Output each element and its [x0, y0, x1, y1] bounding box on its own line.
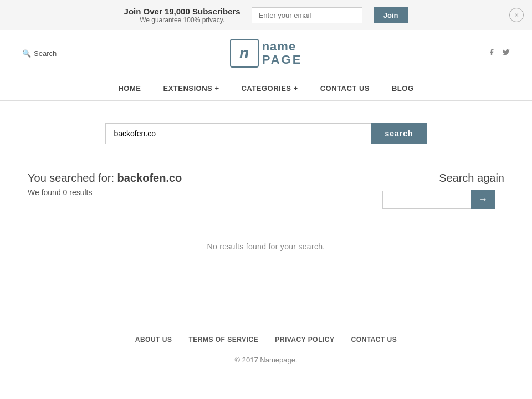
search-prefix: You searched for:: [28, 172, 114, 184]
nav-item-home[interactable]: HOME: [107, 76, 152, 100]
footer-copyright: © 2017 Namepage.: [22, 350, 510, 370]
banner-close-button[interactable]: ×: [509, 8, 524, 22]
logo-page: PAGE: [262, 53, 303, 66]
no-results-message: No results found for your search.: [28, 214, 504, 295]
facebook-icon[interactable]: [488, 48, 495, 58]
nav-item-extensions[interactable]: EXTENSIONS +: [152, 76, 230, 100]
banner-join-button[interactable]: Join: [374, 7, 408, 23]
banner-email-input[interactable]: [252, 7, 362, 23]
footer: ABOUT US TERMS OF SERVICE PRIVACY POLICY…: [0, 318, 532, 381]
search-again-title: Search again: [382, 172, 504, 185]
main-search-bar: search: [28, 123, 504, 144]
banner-text-group: Join Over 19,000 Subscribers We guarante…: [124, 7, 241, 24]
footer-links: ABOUT US TERMS OF SERVICE PRIVACY POLICY…: [22, 329, 510, 350]
search-label: Search: [34, 49, 57, 58]
search-again-button[interactable]: →: [471, 190, 495, 209]
main-content: search You searched for: backofen.co We …: [17, 101, 515, 318]
nav-item-blog[interactable]: BLOG: [381, 76, 425, 100]
twitter-icon[interactable]: [502, 48, 510, 58]
search-results-container: You searched for: backofen.co We found 0…: [28, 166, 504, 214]
main-nav: HOME EXTENSIONS + CATEGORIES + CONTACT U…: [0, 76, 532, 101]
search-icon: 🔍: [22, 49, 31, 58]
search-again: Search again →: [382, 172, 504, 209]
banner-subtitle: We guarantee 100% privacy.: [124, 16, 241, 24]
footer-contact[interactable]: CONTACT US: [351, 336, 397, 344]
header-social: [488, 48, 510, 58]
you-searched-for: You searched for: backofen.co: [28, 172, 382, 185]
footer-terms[interactable]: TERMS OF SERVICE: [188, 336, 258, 344]
banner-title: Join Over 19,000 Subscribers: [124, 7, 241, 16]
logo: n name PAGE: [230, 39, 303, 68]
copyright-year: © 2017: [235, 356, 258, 364]
search-again-input[interactable]: [382, 191, 471, 209]
nav-label-home: HOME: [118, 84, 141, 93]
nav-item-categories[interactable]: CATEGORIES +: [230, 76, 309, 100]
logo-box: n: [230, 39, 259, 68]
nav-label-categories: CATEGORIES +: [241, 84, 298, 93]
logo-text: name PAGE: [262, 40, 303, 66]
footer-about-us[interactable]: ABOUT US: [135, 336, 172, 344]
search-query: backofen.co: [117, 172, 182, 184]
top-banner: Join Over 19,000 Subscribers We guarante…: [0, 0, 532, 30]
nav-label-contact: CONTACT US: [320, 84, 370, 93]
search-results-left: You searched for: backofen.co We found 0…: [28, 172, 382, 197]
logo-name: name: [262, 40, 303, 53]
main-search-button[interactable]: search: [371, 123, 426, 144]
footer-privacy[interactable]: PRIVACY POLICY: [275, 336, 334, 344]
nav-item-contact[interactable]: CONTACT US: [309, 76, 381, 100]
header-search-link[interactable]: 🔍 Search: [22, 49, 57, 58]
nav-label-blog: BLOG: [392, 84, 414, 93]
main-search-input[interactable]: [105, 123, 371, 144]
footer-brand[interactable]: Namepage.: [260, 356, 297, 364]
search-again-row: →: [382, 190, 504, 209]
header: 🔍 Search n name PAGE: [0, 30, 532, 76]
logo-letter: n: [239, 44, 249, 62]
results-count: We found 0 results: [28, 188, 382, 197]
nav-label-extensions: EXTENSIONS +: [163, 84, 219, 93]
